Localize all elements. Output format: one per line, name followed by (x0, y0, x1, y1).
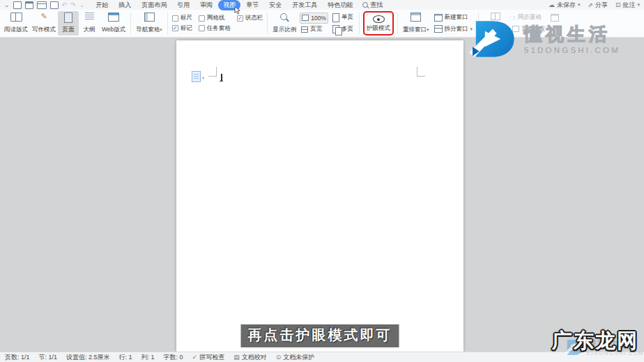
single-page-icon (332, 13, 339, 22)
read-mode-label: 阅读版式 (4, 26, 28, 34)
print-icon[interactable] (37, 1, 47, 9)
tab-insert[interactable]: 插入 (114, 0, 136, 10)
page-width-button[interactable]: 页宽 (300, 24, 328, 34)
tab-references[interactable]: 引用 (172, 0, 194, 10)
view-options-checkboxes: 标尺 ✓ 标记 网格线 任务窗格 ✓ (171, 11, 265, 36)
chevron-down-icon: ▾ (160, 27, 162, 32)
checkbox-checked-icon: ✓ (237, 15, 243, 22)
tab-view[interactable]: 视图 (218, 0, 240, 10)
single-page-button[interactable]: 单页 (331, 13, 355, 22)
outline-mode-label: 大纲 (84, 26, 95, 34)
watermark-site-name: 广东龙网 (552, 327, 638, 355)
print-preview-icon[interactable] (50, 1, 59, 9)
ruler-checkbox[interactable]: 标尺 (172, 14, 192, 23)
unsaved-label: 未保存 (557, 1, 576, 10)
eye-protection-mode-button[interactable]: 护眼模式 (365, 13, 392, 34)
brand-name: 懂视生活 (524, 25, 620, 43)
paste-options-icon[interactable] (192, 71, 201, 82)
ribbon-tabs: 开始 插入 页面布局 引用 审阅 视图 章节 安全 开发工具 特色功能 (91, 0, 358, 10)
document-protect-button[interactable]: ⊙ 文档未保护 (276, 353, 315, 362)
redo-icon[interactable]: ↷ (70, 1, 76, 8)
status-bar-checkbox[interactable]: ✓ 状态栏 (237, 14, 263, 23)
read-mode-button[interactable]: 阅读版式 (2, 11, 30, 36)
status-bar-label: 状态栏 (245, 14, 263, 22)
arrange-window-text: 重排窗口 (403, 26, 427, 33)
brand-text: 懂视生活 51DONGSHI.COM (524, 19, 620, 54)
customize-quick-access-icon[interactable]: ⌄ (79, 1, 85, 8)
tab-dev-tools[interactable]: 开发工具 (287, 0, 322, 10)
outline-mode-button[interactable]: 大纲 (79, 11, 100, 36)
chevron-down-icon: ▾ (578, 2, 581, 8)
share-icon: ⇗ (588, 1, 593, 8)
save-icon[interactable] (13, 1, 22, 9)
text-cursor (221, 74, 222, 81)
web-layout-button[interactable]: Web版式 (100, 11, 128, 36)
magnifier-icon (280, 13, 287, 20)
brand-site: 51DONGSHI.COM (524, 46, 620, 54)
document-protect-label: 文档未保护 (283, 353, 314, 362)
web-layout-icon (108, 13, 119, 22)
column-position: 列: 1 (141, 353, 155, 362)
arrange-window-button[interactable]: 重排窗口▾ (401, 11, 431, 36)
margin-crop-mark-left (208, 67, 217, 77)
comment-button[interactable]: ⊡ 批注 ▾ (615, 1, 640, 10)
markup-label: 标记 (181, 24, 192, 33)
tab-review[interactable]: 审阅 (195, 0, 217, 10)
tab-page-layout[interactable]: 页面布局 (137, 0, 171, 10)
navigation-pane-button[interactable]: 导航窗格▾ (134, 11, 164, 36)
menubar-right: ☁ 未保存 ▾ ⇗ 分享 ⊡ 批注 ▾ (549, 1, 640, 10)
checkbox-column: 网格线 任务窗格 (199, 13, 231, 33)
eye-mode-highlight-box: 护眼模式 (363, 11, 394, 36)
zoom-100-button[interactable]: 100% (300, 13, 328, 24)
zoom-buttons-column: 100% 页宽 (298, 11, 330, 36)
export-icon[interactable] (25, 1, 33, 9)
tab-security[interactable]: 安全 (264, 0, 286, 10)
chevron-down-icon: ▾ (202, 75, 204, 80)
tab-section[interactable]: 章节 (241, 0, 263, 10)
mouse-cursor (234, 6, 241, 15)
zoom-100-icon (302, 15, 309, 21)
arrange-window-label: 重排窗口▾ (403, 26, 429, 34)
collapse-ribbon-icon[interactable]: ⌄ (4, 1, 10, 8)
gridlines-checkbox[interactable]: 网格线 (199, 14, 231, 23)
arrange-window-icon (411, 13, 421, 22)
divider (167, 13, 168, 34)
document-proof-button[interactable]: ▤ 文档校对 (233, 353, 267, 362)
page-count: 页数: 1/1 (5, 353, 30, 362)
document-proof-label: 文档校对 (242, 353, 267, 362)
divider (359, 13, 360, 34)
find-button[interactable]: 查找 (362, 1, 383, 10)
write-mode-button[interactable]: ✎ 写作模式 (30, 11, 58, 36)
write-mode-label: 写作模式 (32, 26, 56, 34)
spell-check-label: 拼写检查 (199, 353, 224, 362)
tab-home[interactable]: 开始 (91, 0, 113, 10)
navigation-pane-icon (144, 13, 155, 22)
task-pane-label: 任务窗格 (207, 24, 231, 33)
new-window-label: 新建窗口 (445, 13, 468, 22)
task-pane-checkbox[interactable]: 任务窗格 (199, 24, 231, 33)
spell-check-button[interactable]: ✓ 拼写检查 (192, 353, 225, 362)
multi-page-button[interactable]: 多页 (331, 24, 355, 34)
word-count: 字数: 0 (164, 353, 183, 362)
zoom-ratio-label: 显示比例 (273, 26, 296, 34)
checkbox-checked-icon: ✓ (172, 25, 178, 31)
undo-icon[interactable]: ↶ (62, 1, 68, 8)
page-view-column: 单页 多页 (330, 11, 356, 36)
share-button[interactable]: ⇗ 分享 (588, 1, 608, 10)
markup-checkbox[interactable]: ✓ 标记 (172, 24, 192, 33)
section-count: 节: 1/1 (39, 353, 58, 362)
margin-setting: 设置值: 2.5厘米 (66, 353, 110, 362)
wps-writer-window: ⌄ ↶ ↷ ⌄ 开始 插入 页面布局 引用 审阅 视图 章节 安全 开发工具 (0, 0, 644, 362)
document-page[interactable]: ▾ 再点击护眼模式即可 (176, 40, 463, 352)
page-mode-button[interactable]: 页面 (58, 11, 79, 36)
document-proof-icon: ▤ (233, 354, 240, 361)
single-page-label: 单页 (342, 13, 353, 22)
tab-special-features[interactable]: 特色功能 (323, 0, 358, 10)
gridlines-label: 网格线 (207, 14, 225, 22)
checkbox-column: 标尺 ✓ 标记 (172, 13, 192, 33)
pencil-icon: ✎ (40, 13, 47, 20)
unsaved-status-button[interactable]: ☁ 未保存 ▾ (549, 1, 581, 10)
zoom-ratio-button[interactable]: 显示比例 (270, 11, 298, 36)
page-width-icon (301, 26, 308, 33)
book-icon (10, 13, 22, 22)
